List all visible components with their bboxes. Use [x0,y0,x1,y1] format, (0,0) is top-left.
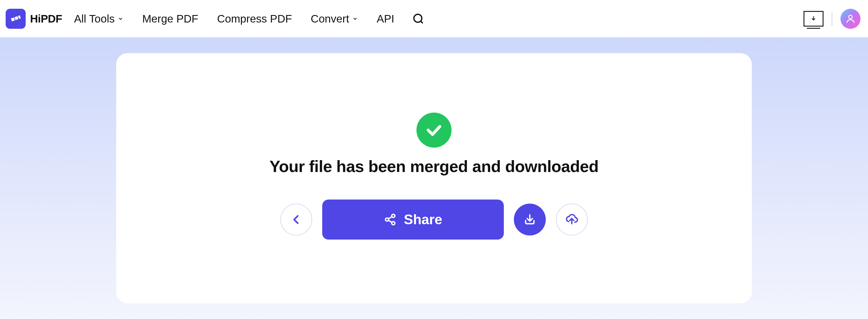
nav-convert[interactable]: Convert [311,12,358,25]
success-title: Your file has been merged and downloaded [270,157,599,176]
check-icon [425,121,443,139]
download-app-button[interactable] [804,11,824,27]
brand-name[interactable]: HiPDF [30,12,62,25]
header: HiPDF All Tools Merge PDF Compress PDF C… [0,0,868,38]
nav-api[interactable]: API [377,12,394,25]
logo[interactable] [6,9,26,29]
nav-label: Merge PDF [142,12,198,25]
nav-label: All Tools [74,12,115,25]
svg-line-4 [421,21,423,23]
share-button[interactable]: Share [322,200,504,240]
cloud-upload-icon [565,213,578,226]
success-check [416,113,452,148]
svg-line-11 [388,220,392,223]
download-icon [524,213,536,226]
action-row: Share [280,200,588,240]
svg-line-10 [388,217,392,219]
share-icon [384,213,396,226]
nav-label: Compress PDF [217,12,292,25]
user-icon [845,13,856,24]
svg-point-3 [414,14,422,22]
search-icon [412,13,424,25]
share-label: Share [404,212,442,227]
main-nav: All Tools Merge PDF Compress PDF Convert… [74,12,395,25]
svg-point-6 [848,15,852,19]
chevron-down-icon [118,16,123,22]
user-avatar[interactable] [840,9,861,29]
svg-rect-2 [18,15,21,19]
logo-icon [9,12,22,25]
header-right [804,9,861,29]
svg-rect-1 [14,16,19,20]
nav-merge-pdf[interactable]: Merge PDF [142,12,198,25]
nav-all-tools[interactable]: All Tools [74,12,124,25]
nav-label: API [377,12,394,25]
main-area: Your file has been merged and downloaded… [0,38,868,319]
chevron-down-icon [352,16,358,22]
divider [832,11,832,26]
chevron-left-icon [290,213,303,226]
search-button[interactable] [412,13,424,25]
nav-label: Convert [311,12,349,25]
result-card: Your file has been merged and downloaded… [116,53,752,304]
back-button[interactable] [280,204,312,236]
nav-compress-pdf[interactable]: Compress PDF [217,12,292,25]
download-icon [810,15,817,23]
svg-rect-0 [11,17,15,21]
cloud-upload-button[interactable] [556,204,588,236]
download-button[interactable] [514,204,546,236]
